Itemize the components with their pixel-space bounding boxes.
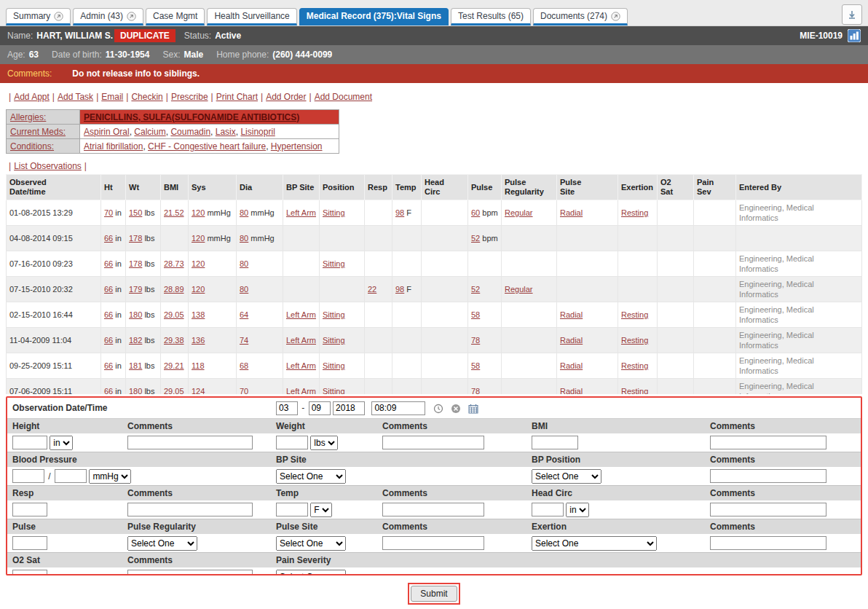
vital-value-link[interactable]: 118 (192, 361, 205, 370)
condition-link[interactable]: Hypertension (271, 141, 323, 152)
head-circ-unit-select[interactable]: in (566, 503, 589, 517)
pulse-comments-input[interactable] (382, 536, 484, 550)
vital-value-link[interactable]: 78 (471, 387, 480, 394)
vital-value-link[interactable]: 29.05 (164, 387, 184, 394)
pulse-site-select[interactable]: Select One (276, 536, 346, 551)
o2-sat-input[interactable] (12, 570, 47, 575)
flowsheet-chart-icon[interactable] (848, 29, 861, 42)
vital-value-link[interactable]: 64 (240, 310, 248, 319)
bmi-comments-input[interactable] (710, 436, 826, 449)
vital-value-link[interactable]: Regular (505, 208, 533, 217)
vital-value-link[interactable]: 150 (129, 208, 142, 217)
action-link-add-appt[interactable]: Add Appt (14, 92, 50, 102)
vital-value-link[interactable]: 80 (240, 259, 248, 268)
calendar-icon[interactable] (468, 404, 478, 414)
weight-unit-select[interactable]: lbs (310, 436, 338, 450)
vital-value-link[interactable]: 180 (129, 310, 142, 319)
weight-input[interactable] (276, 436, 308, 449)
action-link-prescribe[interactable]: Prescribe (171, 92, 208, 102)
vital-value-link[interactable]: 66 (104, 234, 113, 243)
vital-value-link[interactable]: 138 (192, 310, 205, 319)
vital-value-link[interactable]: Left Arm (286, 387, 316, 394)
vital-value-link[interactable]: 124 (192, 387, 205, 394)
vital-value-link[interactable]: 52 (471, 234, 480, 243)
vital-value-link[interactable]: 58 (471, 361, 480, 370)
vital-value-link[interactable]: 180 (129, 387, 142, 394)
head-circ-comments-input[interactable] (710, 503, 826, 516)
clock-icon[interactable] (433, 404, 443, 414)
vital-value-link[interactable]: Sitting (323, 208, 345, 217)
vital-value-link[interactable]: 78 (471, 336, 480, 345)
condition-link[interactable]: CHF - Congestive heart failure (148, 141, 266, 152)
o2-sat-comments-input[interactable] (127, 570, 253, 575)
action-link-checkin[interactable]: Checkin (131, 92, 162, 102)
vital-value-link[interactable]: 29.05 (164, 310, 184, 319)
vital-value-link[interactable]: 66 (104, 336, 113, 345)
bp-diastolic-input[interactable] (55, 469, 87, 483)
tab-test-results-65[interactable]: Test Results (65) (451, 8, 531, 25)
action-link-email[interactable]: Email (101, 92, 123, 102)
vital-value-link[interactable]: Left Arm (286, 208, 316, 217)
current-meds-label-link[interactable]: Current Meds: (10, 127, 66, 137)
vital-value-link[interactable]: 181 (129, 361, 142, 370)
vital-value-link[interactable]: 80 (240, 285, 248, 294)
obs-year-input[interactable] (333, 401, 365, 415)
vital-value-link[interactable]: 58 (471, 310, 480, 319)
vital-value-link[interactable]: 68 (240, 361, 248, 370)
collapse-button[interactable] (842, 4, 862, 25)
bp-position-select[interactable]: Select One (532, 469, 601, 484)
vital-value-link[interactable]: Resting (621, 361, 648, 370)
vital-value-link[interactable]: Left Arm (286, 361, 316, 370)
vital-value-link[interactable]: 21.52 (164, 208, 184, 217)
vital-value-link[interactable]: Radial (560, 310, 583, 319)
vital-value-link[interactable]: 66 (104, 259, 113, 268)
height-unit-select[interactable]: in (50, 436, 73, 450)
vital-value-link[interactable]: Resting (621, 310, 648, 319)
vital-value-link[interactable]: Radial (560, 208, 583, 217)
vital-value-link[interactable]: Left Arm (286, 310, 316, 319)
vital-value-link[interactable]: 28.89 (164, 285, 184, 294)
list-observations-link[interactable]: List Observations (14, 161, 82, 171)
vital-value-link[interactable]: Resting (621, 387, 648, 394)
vital-value-link[interactable]: Resting (621, 336, 648, 345)
vital-value-link[interactable]: Sitting (323, 310, 345, 319)
weight-comments-input[interactable] (382, 436, 484, 449)
vital-value-link[interactable]: Regular (505, 285, 533, 294)
vital-value-link[interactable]: 70 (240, 387, 248, 394)
obs-time-input[interactable] (371, 401, 425, 415)
vital-value-link[interactable]: 120 (192, 259, 205, 268)
popout-icon[interactable] (54, 12, 63, 21)
vital-value-link[interactable]: 60 (471, 208, 480, 217)
vital-value-link[interactable]: Radial (560, 336, 583, 345)
submit-button[interactable]: Submit (411, 586, 457, 602)
vital-value-link[interactable]: 80 (240, 234, 248, 243)
resp-input[interactable] (12, 503, 47, 516)
popout-icon[interactable] (611, 12, 620, 21)
vital-value-link[interactable]: Radial (560, 387, 583, 394)
vital-value-link[interactable]: 70 (104, 208, 113, 217)
resp-comments-input[interactable] (127, 503, 253, 516)
vital-value-link[interactable]: 74 (240, 336, 248, 345)
current-med-link[interactable]: Lasix (216, 127, 236, 137)
condition-link[interactable]: Atrial fibrillation (84, 141, 143, 152)
vital-value-link[interactable]: 52 (471, 285, 480, 294)
action-link-add-task[interactable]: Add Task (58, 92, 93, 102)
vital-value-link[interactable]: 66 (104, 310, 113, 319)
vital-value-link[interactable]: 28.73 (164, 259, 184, 268)
bp-unit-select[interactable]: mmHg (89, 469, 131, 484)
bp-systolic-input[interactable] (12, 469, 44, 483)
vital-value-link[interactable]: 29.38 (164, 336, 184, 345)
current-med-link[interactable]: Coumadin (170, 127, 210, 137)
vital-value-link[interactable]: Sitting (323, 259, 345, 268)
bp-site-select[interactable]: Select One (276, 469, 346, 484)
vital-value-link[interactable]: 66 (104, 361, 113, 370)
vital-value-link[interactable]: 179 (129, 285, 142, 294)
height-input[interactable] (12, 436, 47, 449)
vital-value-link[interactable]: 178 (129, 234, 142, 243)
conditions-label-link[interactable]: Conditions: (10, 141, 54, 152)
obs-month-input[interactable] (276, 401, 298, 415)
vital-value-link[interactable]: 120 (192, 208, 205, 217)
tab-health-surveillance[interactable]: Health Surveillance (207, 8, 296, 25)
current-med-link[interactable]: Calcium (134, 127, 165, 137)
exertion-comments-input[interactable] (710, 536, 826, 550)
